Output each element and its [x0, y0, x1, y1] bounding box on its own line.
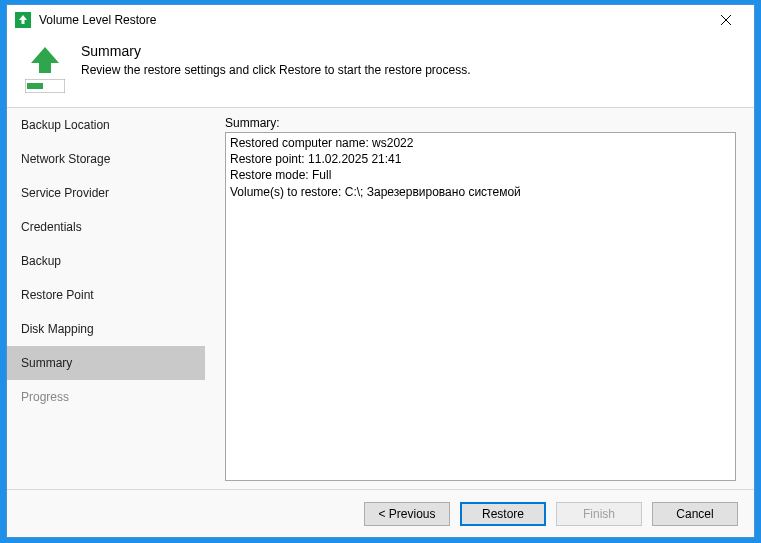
close-button[interactable] [706, 6, 746, 34]
step-progress: Progress [7, 380, 205, 414]
wizard-body: Backup Location Network Storage Service … [7, 108, 754, 489]
wizard-footer: < Previous Restore Finish Cancel [7, 489, 754, 537]
wizard-content: Summary: Restored computer name: ws2022 … [205, 108, 754, 489]
progress-bar-icon [25, 79, 65, 93]
step-summary[interactable]: Summary [7, 346, 205, 380]
cancel-button[interactable]: Cancel [652, 502, 738, 526]
restore-button[interactable]: Restore [460, 502, 546, 526]
finish-button: Finish [556, 502, 642, 526]
step-network-storage[interactable]: Network Storage [7, 142, 205, 176]
previous-button[interactable]: < Previous [364, 502, 450, 526]
close-icon [721, 15, 731, 25]
wizard-header-text: Summary Review the restore settings and … [81, 43, 471, 93]
wizard-window: Volume Level Restore Summary Review the … [6, 4, 755, 538]
page-subtitle: Review the restore settings and click Re… [81, 63, 471, 77]
step-disk-mapping[interactable]: Disk Mapping [7, 312, 205, 346]
summary-textbox[interactable]: Restored computer name: ws2022 Restore p… [225, 132, 736, 481]
step-backup[interactable]: Backup [7, 244, 205, 278]
page-title: Summary [81, 43, 471, 59]
wizard-header-icon [21, 45, 69, 93]
step-credentials[interactable]: Credentials [7, 210, 205, 244]
svg-rect-4 [27, 83, 43, 89]
arrow-up-icon [27, 45, 63, 75]
step-backup-location[interactable]: Backup Location [7, 108, 205, 142]
summary-label: Summary: [225, 116, 736, 130]
step-restore-point[interactable]: Restore Point [7, 278, 205, 312]
step-service-provider[interactable]: Service Provider [7, 176, 205, 210]
app-icon [15, 12, 31, 28]
wizard-steps-sidebar: Backup Location Network Storage Service … [7, 108, 205, 489]
window-title: Volume Level Restore [39, 13, 706, 27]
wizard-header: Summary Review the restore settings and … [7, 35, 754, 108]
titlebar: Volume Level Restore [7, 5, 754, 35]
